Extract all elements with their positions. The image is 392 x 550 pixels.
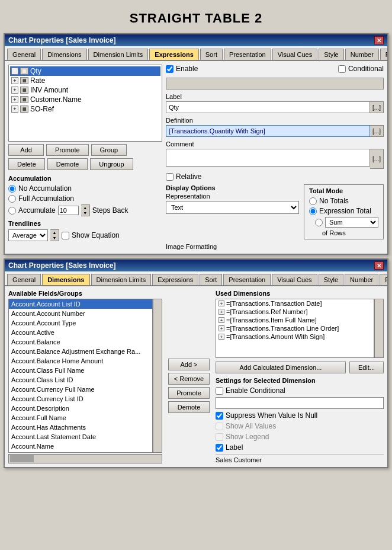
enable-check[interactable] — [166, 65, 173, 73]
used-item-1[interactable]: + =[Transactions.Ref Number] — [216, 308, 374, 316]
steps-up[interactable]: ▲ — [81, 205, 89, 210]
definition-btn[interactable]: [...] — [370, 125, 384, 137]
tab-style-1[interactable]: Style — [319, 49, 343, 60]
field-item-10[interactable]: Account.Currency List ID — [9, 394, 152, 404]
used-item-0[interactable]: + =[Transactions.Transaction Date] — [216, 299, 374, 308]
tab-style-2[interactable]: Style — [319, 274, 343, 285]
tab-presentation-2[interactable]: Presentation — [223, 274, 271, 285]
expand-inv[interactable]: + — [11, 87, 18, 94]
add-dim-button[interactable]: Add > — [168, 359, 210, 370]
field-item-8[interactable]: Account.Class List ID — [9, 375, 152, 385]
field-item-6[interactable]: Account.Balance Home Amount — [9, 356, 152, 366]
tree-item-customer[interactable]: + ▦ Customer.Name — [10, 95, 160, 104]
field-item-4[interactable]: Account.Balance — [9, 337, 152, 347]
trendline-select[interactable]: Average — [8, 229, 48, 241]
field-item-3[interactable]: Account.Active — [9, 328, 152, 337]
radio-expr-total[interactable] — [309, 207, 317, 215]
tab-expressions-1[interactable]: Expressions — [149, 49, 198, 61]
tab-font-1[interactable]: Font — [380, 49, 387, 60]
comment-btn[interactable]: [...] — [370, 149, 384, 169]
delete-button-1[interactable]: Delete — [8, 158, 45, 170]
field-item-7[interactable]: Account.Class Full Name — [9, 366, 152, 375]
tab-visual-cues-1[interactable]: Visual Cues — [272, 49, 318, 60]
demote-dim-button[interactable]: Demote — [168, 401, 210, 413]
tab-general-1[interactable]: General — [7, 49, 41, 60]
tab-visual-cues-2[interactable]: Visual Cues — [272, 274, 317, 285]
trendline-up[interactable]: ▲ — [50, 230, 59, 235]
definition-input[interactable] — [166, 125, 370, 137]
fields-list[interactable]: Account.Account List ID Account.Account … — [8, 299, 153, 453]
label-btn[interactable]: [...] — [370, 101, 384, 113]
radio-full-accum[interactable] — [8, 195, 16, 203]
tab-presentation-1[interactable]: Presentation — [224, 49, 271, 60]
promote-dim-button[interactable]: Promote — [168, 387, 210, 399]
expand-customer[interactable]: + — [11, 96, 18, 103]
tree-item-inv[interactable]: + ▦ INV Amount — [10, 85, 160, 95]
remove-dim-button[interactable]: < Remove — [168, 373, 210, 385]
steps-down[interactable]: ▼ — [81, 210, 89, 216]
demote-button-1[interactable]: Demote — [47, 158, 88, 170]
add-button-1[interactable]: Add — [8, 144, 44, 156]
trendline-down[interactable]: ▼ — [50, 235, 59, 241]
expand-used-2[interactable]: + — [219, 317, 224, 323]
field-item-12[interactable]: Account.Full Name — [9, 413, 152, 423]
field-item-13[interactable]: Account.Has Attachments — [9, 423, 152, 432]
tab-general-2[interactable]: General — [7, 274, 41, 285]
field-item-14[interactable]: Account.Last Statement Date — [9, 432, 152, 442]
radio-no-accum[interactable] — [8, 185, 16, 193]
field-item-1[interactable]: Account.Account Number — [9, 309, 152, 318]
window1-close[interactable]: ✕ — [374, 36, 384, 44]
tab-number-2[interactable]: Number — [345, 274, 378, 285]
used-scrollbar[interactable] — [374, 299, 384, 358]
expand-used-1[interactable]: + — [219, 309, 224, 315]
conditional-check[interactable] — [338, 65, 346, 73]
radio-no-totals[interactable] — [309, 197, 317, 205]
label-check[interactable] — [216, 444, 223, 452]
used-item-2[interactable]: + =[Transactions.Item Full Name] — [216, 316, 374, 324]
enable-conditional-check[interactable] — [216, 387, 223, 395]
tab-font-2[interactable]: Font — [380, 274, 387, 285]
edit-button[interactable]: Edit... — [349, 362, 384, 373]
tree-item-soref[interactable]: + ▦ SO-Ref — [10, 104, 160, 114]
tab-sort-2[interactable]: Sort — [200, 274, 222, 285]
steps-input[interactable] — [58, 206, 79, 215]
field-item-15[interactable]: Account.Name — [9, 442, 152, 451]
relative-check[interactable] — [166, 173, 173, 181]
used-item-4[interactable]: + =[Transactions.Amount With Sign] — [216, 332, 374, 341]
tree-item-qty[interactable]: + ▦ Qty — [10, 66, 160, 76]
field-item-2[interactable]: Account.Account Type — [9, 318, 152, 328]
radio-accumulate[interactable] — [8, 207, 16, 215]
expand-used-0[interactable]: + — [219, 300, 224, 306]
tab-expressions-2[interactable]: Expressions — [152, 274, 198, 285]
expand-used-3[interactable]: + — [219, 325, 224, 331]
sum-select[interactable]: Sum — [325, 217, 378, 228]
promote-button-1[interactable]: Promote — [46, 144, 89, 156]
field-item-16[interactable]: Account.Next Display Index — [9, 451, 152, 453]
settings-input[interactable] — [216, 397, 384, 409]
tab-dimension-limits-1[interactable]: Dimension Limits — [88, 49, 149, 60]
tab-dimensions-2[interactable]: Dimensions — [42, 274, 89, 286]
show-legend-check[interactable] — [216, 433, 223, 441]
comment-textarea[interactable] — [166, 149, 370, 167]
field-item-9[interactable]: Account.Currency Full Name — [9, 385, 152, 394]
tab-sort-1[interactable]: Sort — [200, 49, 223, 60]
representation-select[interactable]: Text — [166, 201, 299, 214]
expand-soref[interactable]: + — [11, 105, 18, 113]
ungroup-button-1[interactable]: Ungroup — [90, 158, 133, 170]
label-input[interactable]: Qty — [166, 101, 370, 113]
show-equation-check[interactable] — [62, 232, 69, 239]
expand-used-4[interactable]: + — [219, 334, 224, 340]
group-button-1[interactable]: Group — [91, 144, 127, 156]
suppress-null-check[interactable] — [216, 412, 223, 420]
tab-number-1[interactable]: Number — [345, 49, 379, 60]
field-item-0[interactable]: Account.Account List ID — [9, 299, 152, 309]
tab-dimension-limits-2[interactable]: Dimension Limits — [91, 274, 152, 285]
field-item-11[interactable]: Account.Description — [9, 404, 152, 413]
field-item-5[interactable]: Account.Balance Adjustment Exchange Ra..… — [9, 347, 152, 356]
expand-rate[interactable]: + — [11, 77, 18, 84]
used-item-3[interactable]: + =[Transactions.Transaction Line Order] — [216, 324, 374, 332]
horiz-scroll[interactable] — [8, 454, 162, 463]
expand-qty[interactable]: + — [11, 68, 18, 75]
radio-sum[interactable] — [315, 219, 323, 226]
add-calculated-button[interactable]: Add Calculated Dimension... — [216, 362, 346, 373]
